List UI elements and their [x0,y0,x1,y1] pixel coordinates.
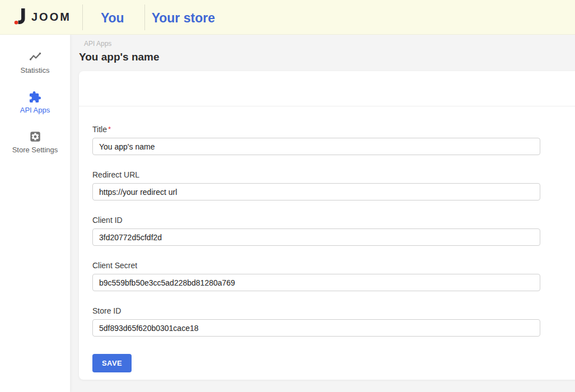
store-id-input[interactable] [92,319,540,337]
save-button[interactable]: SAVE [92,354,132,372]
puzzle-icon [29,90,41,104]
redirect-url-input[interactable] [92,183,540,200]
sidebar-item-label: Store Settings [12,146,58,154]
breadcrumb[interactable]: API Apps [84,40,575,48]
gear-square-icon [29,130,41,143]
header-divider [82,4,83,30]
joom-j-icon [14,8,26,27]
client-secret-input[interactable] [92,274,540,291]
app-form-card: Title* Redirect URL Client ID Client Sec… [79,71,575,380]
sidebar-item-api-apps[interactable]: API Apps [0,82,70,122]
title-input[interactable] [92,138,540,155]
field-client-id-label: Client ID [92,216,540,225]
field-client-secret-label: Client Secret [92,261,540,270]
card-body: Title* Redirect URL Client ID Client Sec… [79,106,575,372]
field-title-label: Title* [92,125,540,134]
field-client-secret: Client Secret [92,261,540,291]
card-header [79,71,575,106]
client-id-input[interactable] [92,228,540,246]
sidebar-item-label: API Apps [20,106,50,114]
joom-logo[interactable]: JOOM [14,8,71,27]
sidebar-item-store-settings[interactable]: Store Settings [0,122,70,162]
field-client-id: Client ID [92,216,540,246]
field-store-id-label: Store ID [92,306,540,315]
nav-your-store-link[interactable]: Your store [152,11,215,26]
joom-logo-text: JOOM [31,11,71,24]
field-redirect-url-label: Redirect URL [92,170,540,179]
field-redirect-url: Redirect URL [92,170,540,200]
sidebar: Statistics API Apps Store Settings [0,35,70,392]
sidebar-item-label: Statistics [20,66,49,74]
top-header: JOOM You Your store [0,0,575,35]
field-store-id: Store ID [92,306,540,337]
sidebar-item-statistics[interactable]: Statistics [0,43,70,82]
page-title: You app's name [79,51,575,63]
main-content: API Apps You app's name Title* Redirect … [70,35,575,392]
line-chart-icon [29,50,42,64]
nav-you-link[interactable]: You [101,11,124,26]
header-divider [144,4,145,30]
required-asterisk: * [108,125,111,133]
field-title: Title* [92,125,540,155]
